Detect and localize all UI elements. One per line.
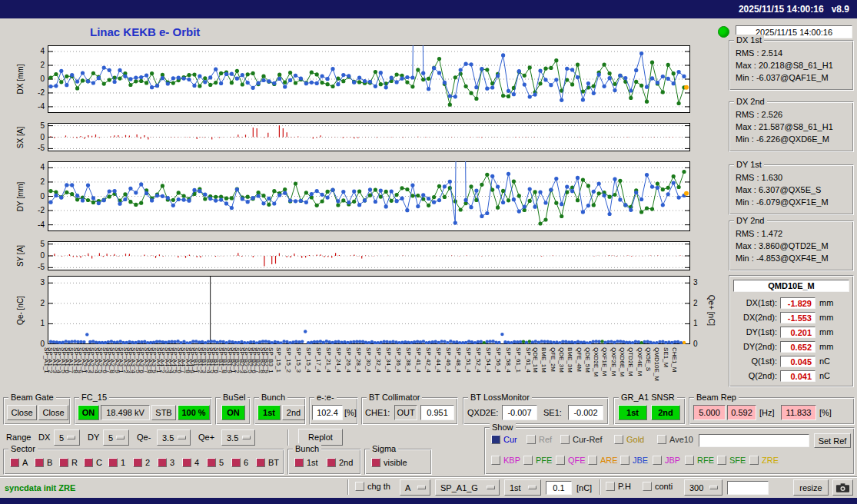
show-toggle-ave10-label: Ave10 [669,435,693,444]
x-axis-label: SP_B3_1 [267,347,274,373]
x-axis-label: BME_1M [540,347,546,373]
page-title: Linac KEKB e- Orbit [90,25,200,38]
range-qem-menu[interactable]: 3.5 [157,429,191,446]
show-toggle-jbp[interactable]: JBP [653,456,680,465]
gr-a1-1st-button[interactable]: 1st [618,405,647,420]
conti-toggle[interactable]: conti [643,482,673,491]
bt-lossmonitor-frame: BT LossMonitor QXD2E: -0.007 SE1: -0.002 [463,397,609,425]
plot-dy-ytick: -4 [29,220,45,230]
show-toggle-are[interactable]: ARE [588,456,618,465]
show-toggle-ave10[interactable]: Ave10 [657,435,693,444]
resize-button[interactable]: resize [793,479,829,496]
sector-toggle-b-label: B [47,458,52,467]
range-qep-menu[interactable]: 3.5 [221,429,255,446]
show-toggle-qfe-indicator [556,456,565,465]
sector-toggle-bt[interactable]: BT [256,458,279,467]
beam-rep-hz-unit: [Hz] [759,408,775,418]
plot-sx-ytick: -5 [29,144,45,153]
separator [0,476,857,478]
busel-frame: BuSel ON [215,397,251,425]
show-toggle-cur-label: Cur [503,435,517,444]
count-menu[interactable]: 300 [684,479,722,496]
x-axis-label: SP_51_4 [465,347,471,373]
sector-toggle-1[interactable]: 1 [108,458,125,467]
show-toggle-qfe[interactable]: QFE [556,456,586,465]
qxd2e-label: QXD2E: [467,408,498,418]
sector-toggle-3[interactable]: 3 [158,458,174,467]
show-toggle-pfe[interactable]: PFE [523,456,552,465]
sigma-toggle-visible-indicator [371,458,380,467]
ee-ratio-frame: e-:e- 102.4 [%] [309,397,358,425]
bunch-menu[interactable]: 1st [504,479,541,496]
show-toggle-gold-label: Gold [626,435,644,444]
show-toggle-zre[interactable]: ZRE [749,456,779,465]
stats-line: Min : -6.037@QAF1E_M [736,72,829,83]
gr-a1-2nd-button[interactable]: 2nd [651,405,680,420]
range-dy-menu[interactable]: 5 [103,429,129,446]
plot-sy-ytick: -5 [29,263,45,272]
stats-line: Max : 6.307@QX5E_S [736,184,821,195]
sigma-toggle-visible-label: visible [384,458,407,467]
x-axis-label: SP_44_4 [435,347,441,373]
x-axis-label: SP_24_4 [335,347,341,373]
x-axis-label: QFE_2M [550,347,556,372]
sector-toggle-c[interactable]: C [84,458,102,467]
chg-th-label: chg th [367,482,390,491]
show-toggle-jbe[interactable]: JBE [620,456,648,465]
device-menu[interactable]: SP_A1_G [435,479,500,496]
bunch-1st-button[interactable]: 1st [257,405,281,420]
threshold-value[interactable]: 0.1 [546,481,572,495]
sector-toggle-4-indicator [182,458,191,467]
show-toggle-cur[interactable]: Cur [491,435,517,444]
aux-input[interactable] [727,481,769,495]
show-toggle-gold[interactable]: Gold [614,435,644,444]
x-axis-label: SP_21_4 [325,347,331,373]
sector-toggle-5[interactable]: 5 [207,458,224,467]
show-toggle-kbp[interactable]: KBP [491,456,520,465]
sector-toggle-b[interactable]: B [35,458,52,467]
plot-q-ytick-right: 2 [693,299,707,308]
plot-dy-ytick: 0 [29,192,45,201]
range-dx-menu[interactable]: 5 [54,429,80,446]
chg-th-toggle[interactable]: chg th [355,482,390,491]
stats-line: Min : -6.079@QXF1E_M [736,197,829,207]
bunch-2nd-button[interactable]: 2nd [282,405,305,420]
ph-toggle[interactable]: P.H [606,482,631,491]
show-toggle-rfe[interactable]: RFE [685,456,714,465]
option-menu-dash [487,486,495,489]
range-qem-value: 3.5 [162,433,174,443]
sigma-toggle-visible[interactable]: visible [371,458,407,467]
sector-toggle-r[interactable]: R [59,458,78,467]
sector-toggle-2[interactable]: 2 [133,458,150,467]
busel-on-button[interactable]: ON [221,405,245,420]
beam-gate-close-button-2[interactable]: Close [38,405,68,420]
ee-ratio-title: e-:e- [314,392,337,403]
x-axis-label: SP_32_4 [375,347,381,373]
snapshot-button[interactable] [832,479,853,496]
plot-dx-ytick: -4 [29,102,45,111]
bunch-select-toggle-1st-indicator [294,458,304,467]
titlebar-datetime: 2025/11/15 14:00:16 v8.9 [739,4,849,15]
set-ref-button[interactable]: Set Ref [814,433,851,448]
qmd-row-label: DY(1st): [732,327,777,337]
mode-menu[interactable]: A [400,479,430,496]
qmd-row-unit: nC [819,356,830,366]
ref-file-input[interactable] [699,434,809,447]
gr-a1-snsr-title: GR_A1 SNSR [619,392,677,403]
show-toggle-cur-indicator [491,435,500,444]
sector-toggle-6[interactable]: 6 [231,458,248,467]
show-toggle-ref[interactable]: Ref [526,435,552,444]
sector-toggle-b-indicator [35,458,44,467]
show-toggle-cur-ref[interactable]: Cur-Ref [560,435,603,444]
qmd-row-unit: mm [819,327,833,337]
sector-toggle-6-label: 6 [244,458,248,467]
bunch-select-toggle-1st[interactable]: 1st [294,458,318,467]
show-toggle-sfe[interactable]: SFE [717,456,746,465]
x-axis-label: QX5E_S [645,347,651,371]
sector-toggle-a[interactable]: A [10,458,28,467]
bunch-select-toggle-2nd[interactable]: 2nd [327,458,353,467]
che1-value-display: 0.951 [420,405,454,420]
beam-gate-close-button-1[interactable]: Close [7,405,37,420]
plot-dy-axis-label: DY [mm] [16,181,25,211]
sector-toggle-4[interactable]: 4 [182,458,199,467]
